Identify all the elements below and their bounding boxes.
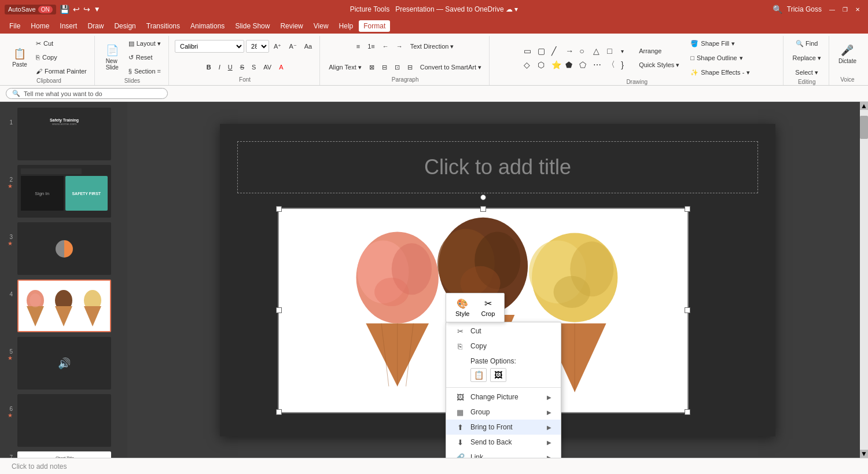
bullets-btn[interactable]: ≡ [354, 40, 363, 53]
menu-review[interactable]: Review [275, 20, 307, 32]
restore-btn[interactable]: ❐ [839, 3, 851, 15]
strikethrough-btn[interactable]: S [237, 61, 247, 74]
text-direction-btn[interactable]: Text Direction ▾ [407, 40, 457, 53]
section-button[interactable]: § Section = [126, 65, 164, 78]
copy-button[interactable]: ⎘ Copy [33, 51, 90, 64]
replace-btn[interactable]: Replace ▾ [789, 52, 823, 64]
scroll-thumb[interactable] [860, 116, 868, 139]
more-icon[interactable]: ▼ [94, 5, 101, 13]
slide-thumbnail-1[interactable]: Safety Training www.some.com [17, 108, 111, 160]
align-left-btn[interactable]: ⊠ [366, 61, 377, 74]
shape6[interactable]: ⬠ [576, 58, 589, 71]
slide-thumbnail-5[interactable]: 🔊 [17, 337, 111, 390]
menu-design[interactable]: Design [109, 20, 140, 32]
undo-icon[interactable]: ↩ [73, 5, 80, 14]
handle-br[interactable] [685, 409, 690, 415]
numbering-btn[interactable]: 1≡ [365, 40, 378, 53]
format-painter-button[interactable]: 🖌 Format Painter [33, 65, 90, 78]
shape-effects-btn[interactable]: ✨ Shape Effects - ▾ [687, 66, 753, 79]
shape2[interactable]: ◇ [521, 58, 534, 71]
italic-btn[interactable]: I [216, 61, 223, 74]
menu-help[interactable]: Help [334, 20, 358, 32]
rounded-rect-shape[interactable]: ▢ [535, 45, 547, 57]
arrow-shape[interactable]: → [562, 45, 575, 57]
paste-opt-1[interactable]: 📋 [470, 368, 487, 382]
menu-view[interactable]: View [309, 20, 333, 32]
shape5[interactable]: ⬟ [562, 58, 575, 71]
font-family-select[interactable]: Calibri [175, 40, 244, 53]
style-btn[interactable]: 🎨 Style [451, 296, 474, 319]
menu-format[interactable]: Format [359, 20, 390, 32]
slide-thumb-4[interactable]: 4 [3, 278, 124, 333]
underline-btn[interactable]: U [225, 61, 236, 74]
select-btn[interactable]: Select ▾ [792, 66, 821, 79]
scroll-down-btn[interactable]: ▼ [860, 450, 868, 458]
shape8[interactable]: 〈 [604, 58, 617, 71]
context-change-picture[interactable]: 🖼 Change Picture ▶ [446, 390, 561, 405]
shape3[interactable]: ⬡ [535, 58, 547, 71]
close-btn[interactable]: ✕ [852, 3, 863, 15]
handle-ml[interactable] [276, 307, 282, 313]
autosave-toggle[interactable]: ON [38, 6, 53, 13]
dropdown-arrow[interactable]: ▾ [514, 5, 518, 13]
save-icon[interactable]: 💾 [60, 5, 69, 14]
dictate-btn[interactable]: 🎤 Dictate [835, 37, 860, 71]
layout-button[interactable]: ▤ Layout ▾ [126, 37, 164, 50]
more-shapes[interactable]: ▾ [618, 45, 631, 57]
convert-smartart-btn[interactable]: Convert to SmartArt ▾ [417, 61, 484, 74]
scroll-up-btn[interactable]: ▲ [860, 102, 868, 110]
line-shape[interactable]: ╱ [549, 45, 561, 57]
align-right-btn[interactable]: ⊡ [392, 61, 403, 74]
shape-outline-btn[interactable]: □ Shape Outline ▾ [687, 52, 753, 64]
minimize-btn[interactable]: — [826, 3, 838, 15]
paste-button[interactable]: 📋 Paste [8, 41, 31, 74]
find-btn[interactable]: 🔍 Find [793, 37, 821, 50]
triangle-shape[interactable]: △ [590, 45, 603, 57]
reset-button[interactable]: ↺ Reset [126, 51, 164, 64]
slide-thumb-6[interactable]: 6★ [3, 393, 124, 448]
shape9[interactable]: } [618, 58, 631, 71]
menu-animations[interactable]: Animations [186, 20, 229, 32]
quick-styles-btn[interactable]: Quick Styles ▾ [636, 59, 682, 72]
crop-btn[interactable]: ✂ Crop [476, 296, 499, 319]
menu-home[interactable]: Home [26, 20, 54, 32]
align-center-btn[interactable]: ⊟ [379, 61, 390, 74]
slide-thumb-7[interactable]: 7 Chart Title [3, 450, 124, 458]
bold-btn[interactable]: B [204, 61, 214, 74]
handle-tr[interactable] [685, 206, 690, 212]
handle-tl[interactable] [276, 206, 282, 212]
rotate-handle[interactable] [480, 194, 486, 200]
shape4[interactable]: ⭐ [549, 58, 561, 71]
align-text-btn[interactable]: Align Text ▾ [326, 61, 365, 74]
callout-shape[interactable]: □ [604, 45, 617, 57]
oval-shape[interactable]: ○ [576, 45, 589, 57]
autosave-badge[interactable]: AutoSave ON [5, 5, 56, 14]
new-slide-button[interactable]: 📄 NewSlide [101, 41, 124, 74]
search-input-container[interactable]: 🔍 Tell me what you want to do [6, 88, 168, 99]
slide-thumb-2[interactable]: 2★ Sign In SAFETY FIRST [3, 164, 124, 219]
slide-thumbnail-3[interactable] [17, 222, 111, 275]
notes-bar[interactable]: Click to add notes [0, 458, 868, 474]
search-icon[interactable]: 🔍 [773, 5, 782, 14]
handle-tm[interactable] [480, 206, 486, 212]
arrange-btn[interactable]: Arrange [636, 45, 682, 57]
context-cut[interactable]: ✂ Cut [446, 324, 561, 339]
text-shadow-btn[interactable]: S [249, 61, 259, 74]
menu-insert[interactable]: Insert [55, 20, 82, 32]
justify-btn[interactable]: ⊟ [404, 61, 415, 74]
decrease-indent-btn[interactable]: ← [380, 40, 392, 53]
slide-thumb-1[interactable]: 1 Safety Training www.some.com [3, 106, 124, 161]
handle-bl[interactable] [276, 409, 282, 415]
context-group[interactable]: ▦ Group ▶ [446, 405, 561, 420]
context-link[interactable]: 🔗 Link ▶ [446, 450, 561, 458]
slide-thumb-5[interactable]: 5★ 🔊 [3, 336, 124, 391]
shape-fill-btn[interactable]: 🪣 Shape Fill ▾ [687, 37, 753, 50]
menu-transitions[interactable]: Transitions [142, 20, 185, 32]
handle-mr[interactable] [685, 307, 690, 313]
slide-thumbnail-7[interactable]: Chart Title [17, 451, 111, 458]
context-bring-to-front[interactable]: ⬆ Bring to Front ▶ [446, 420, 561, 435]
title-placeholder[interactable]: Click to add title [237, 141, 758, 193]
shape7[interactable]: ⋯ [590, 58, 603, 71]
context-copy[interactable]: ⎘ Copy [446, 339, 561, 354]
font-size-select[interactable]: 28 [246, 40, 269, 53]
